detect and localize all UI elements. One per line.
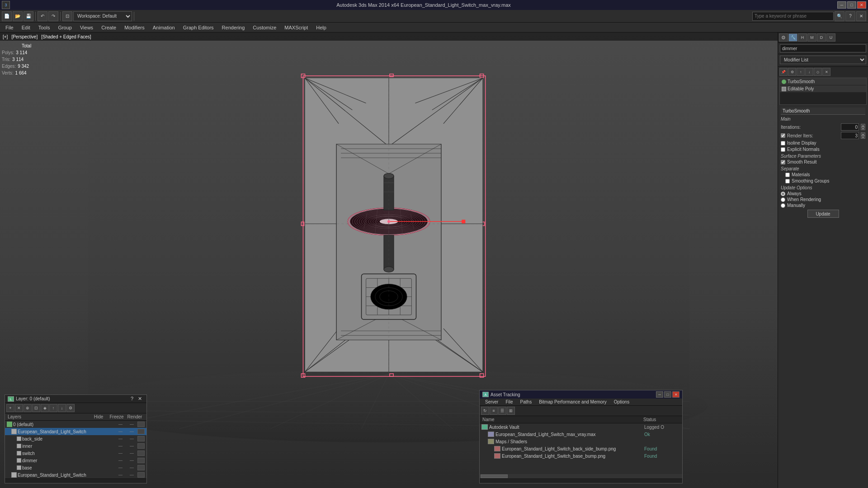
modifier-turbosm[interactable]: TurboSmooth (780, 78, 866, 85)
asset-minimize-btn[interactable]: ─ (656, 391, 663, 398)
layer-row[interactable]: European_Standard_Light_Switch — — (5, 471, 146, 479)
modifier-editpoly[interactable]: Editable Poly (780, 85, 866, 92)
modifier-list-dropdown[interactable]: Modifier List (780, 56, 866, 64)
viewport[interactable]: [+] [Perspective] [Shaded + Edged Faces]… (0, 33, 778, 488)
mod-paste-btn[interactable]: ↓ (805, 68, 813, 76)
select-mode-btn[interactable]: ⊡ (62, 11, 72, 21)
undo-button[interactable]: ↶ (38, 11, 47, 21)
viewport-shading-label[interactable]: [Shaded + Edged Faces] (41, 34, 91, 39)
search-input[interactable] (752, 12, 834, 21)
new-button[interactable]: 📄 (2, 11, 12, 21)
workspace-dropdown[interactable]: Workspace: Default (73, 11, 132, 21)
help-button[interactable]: ? (845, 11, 855, 21)
layer-row[interactable]: inner — — (5, 442, 146, 450)
menu-rendering[interactable]: Rendering (218, 24, 249, 31)
layer-delete-btn[interactable]: ✕ (15, 404, 23, 412)
layer-settings-btn[interactable]: ⚙ (66, 404, 75, 412)
layer-col-freeze[interactable]: Freeze (108, 414, 126, 419)
layer-help-btn[interactable]: ? (129, 396, 135, 402)
maximize-button[interactable]: □ (847, 1, 856, 9)
ts-render-iters-down[interactable]: ▼ (861, 136, 865, 139)
asset-menu-server[interactable]: Server (481, 399, 502, 405)
layer-highlight-btn[interactable]: ◈ (41, 404, 49, 412)
ts-iterations-input[interactable] (841, 123, 859, 131)
layer-scrollbar[interactable] (5, 479, 146, 483)
close-button[interactable]: ✕ (857, 1, 866, 9)
asset-row[interactable]: Autodesk Vault Logged O (480, 423, 682, 431)
asset-tb-list[interactable]: ≡ (490, 407, 498, 415)
rp-tab-utilities[interactable]: U (826, 33, 835, 42)
asset-row[interactable]: European_Standard_Light_Switch_base_bump… (480, 452, 682, 460)
layer-down-btn[interactable]: ↓ (58, 404, 66, 412)
layer-select-btn[interactable]: ⊡ (32, 404, 40, 412)
menu-group[interactable]: Group (54, 24, 75, 31)
mod-copy-btn[interactable]: ↑ (797, 68, 805, 76)
asset-row[interactable]: European_Standard_Light_Switch_back_side… (480, 445, 682, 452)
menu-create[interactable]: Create (98, 24, 120, 31)
ts-smoothing-groups-checkbox[interactable] (785, 179, 790, 183)
layer-col-render[interactable]: Render (126, 414, 144, 419)
ts-render-iters-input[interactable] (841, 132, 859, 139)
mod-pin-btn[interactable]: 📌 (779, 68, 788, 76)
asset-tb-refresh[interactable]: ↻ (481, 407, 489, 415)
ts-update-button[interactable]: Update (807, 210, 839, 218)
ts-smooth-result-checkbox[interactable] (781, 160, 785, 164)
ts-render-iters-up[interactable]: ▲ (861, 132, 865, 136)
ts-manually-radio[interactable] (781, 203, 785, 208)
rp-tab-create[interactable]: ⚙ (779, 33, 788, 42)
menu-customize[interactable]: Customize (249, 24, 280, 31)
close-toolbar-button[interactable]: ✕ (856, 11, 866, 21)
mod-delete-btn[interactable]: ✕ (822, 68, 830, 76)
menu-graph-editors[interactable]: Graph Editors (179, 24, 217, 31)
menu-edit[interactable]: Edit (18, 24, 34, 31)
rp-tab-hierarchy[interactable]: H (798, 33, 807, 42)
layer-row[interactable]: base — — (5, 464, 146, 471)
layer-row[interactable]: back_side — — (5, 435, 146, 442)
layer-row[interactable]: European_Standard_Light_Switch — — (5, 428, 146, 435)
ts-render-iters-checkbox[interactable] (781, 133, 785, 138)
asset-row[interactable]: European_Standard_Light_Switch_max_vray.… (480, 431, 682, 438)
layer-add-selection-btn[interactable]: ⊕ (24, 404, 32, 412)
mod-config-btn[interactable]: ⚙ (788, 68, 796, 76)
asset-tb-detail[interactable]: ☰ (498, 407, 506, 415)
menu-tools[interactable]: Tools (35, 24, 54, 31)
ts-always-radio[interactable] (781, 192, 785, 196)
layer-row[interactable]: switch — — (5, 450, 146, 457)
layer-close-btn[interactable]: ✕ (136, 396, 144, 402)
mod-make-unique-btn[interactable]: ◇ (814, 68, 822, 76)
ts-when-rendering-radio[interactable] (781, 197, 785, 202)
asset-restore-btn[interactable]: □ (664, 391, 671, 398)
redo-button[interactable]: ↷ (48, 11, 58, 21)
layer-up-btn[interactable]: ↑ (49, 404, 57, 412)
menu-file[interactable]: File (2, 24, 17, 31)
asset-scrollbar-h[interactable] (480, 474, 682, 479)
ts-explicit-checkbox[interactable] (781, 147, 785, 152)
menu-help[interactable]: Help (312, 24, 330, 31)
asset-menu-paths[interactable]: Paths (517, 399, 536, 405)
open-button[interactable]: 📂 (13, 11, 23, 21)
menu-animation[interactable]: Animation (149, 24, 179, 31)
viewport-perspective-label[interactable]: [Perspective] (11, 34, 38, 39)
menu-views[interactable]: Views (76, 24, 97, 31)
asset-row[interactable]: Maps / Shaders (480, 438, 682, 445)
asset-close-btn[interactable]: ✕ (672, 391, 679, 398)
asset-menu-bitmap[interactable]: Bitmap Performance and Memory (535, 399, 610, 405)
layer-row[interactable]: dimmer — — (5, 457, 146, 464)
asset-tb-grid[interactable]: ⊞ (507, 407, 515, 415)
ts-iterations-up[interactable]: ▲ (861, 124, 865, 127)
layer-col-hide[interactable]: Hide (90, 414, 108, 419)
ts-isoline-checkbox[interactable] (781, 141, 785, 145)
search-button[interactable]: 🔍 (835, 11, 844, 21)
asset-menu-file[interactable]: File (502, 399, 516, 405)
menu-modifiers[interactable]: Modifiers (121, 24, 148, 31)
object-name-input[interactable] (780, 44, 866, 52)
layer-new-btn[interactable]: + (6, 404, 14, 412)
rp-tab-display[interactable]: D (817, 33, 826, 42)
asset-menu-options[interactable]: Options (610, 399, 633, 405)
ts-materials-checkbox[interactable] (785, 173, 790, 177)
ts-iterations-down[interactable]: ▼ (861, 127, 865, 130)
layer-row[interactable]: 0 (default) — — (5, 421, 146, 428)
minimize-button[interactable]: ─ (837, 1, 846, 9)
save-button[interactable]: 💾 (24, 11, 33, 21)
menu-maxscript[interactable]: MAXScript (281, 24, 311, 31)
